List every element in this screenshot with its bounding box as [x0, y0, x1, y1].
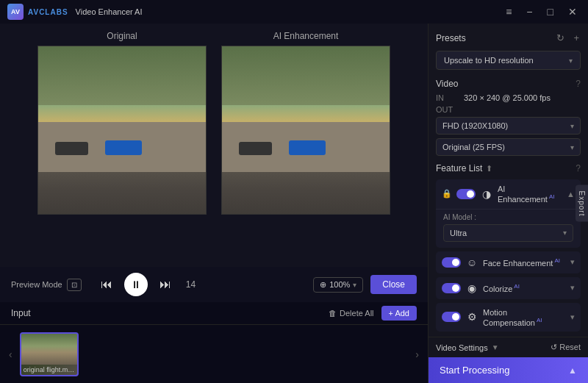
- zoom-control[interactable]: ⊕ 100% ▾: [313, 277, 363, 293]
- face-enhancement-toggle[interactable]: [442, 257, 461, 268]
- preset-dropdown-arrow: ▾: [569, 57, 573, 65]
- menu-button[interactable]: ≡: [502, 4, 515, 19]
- toggle-knob: [467, 190, 474, 198]
- input-header: Input 🗑 Delete All + Add: [0, 302, 428, 325]
- input-strip: Input 🗑 Delete All + Add ‹ original flig…: [0, 302, 428, 383]
- feature-row-face-enhancement: ☺ Face EnhancementAI ▾: [436, 251, 581, 273]
- feature-list-title: Feature List: [436, 163, 482, 173]
- minimize-button[interactable]: −: [523, 4, 536, 19]
- original-video: [38, 46, 206, 214]
- feature-item-face-enhancement: ☺ Face EnhancementAI ▾: [436, 251, 581, 273]
- start-expand-arrow: ▲: [568, 365, 577, 376]
- maximize-button[interactable]: □: [544, 4, 557, 19]
- app-logo-icon: AV: [7, 4, 24, 20]
- skip-back-button[interactable]: ⏮: [96, 275, 117, 294]
- add-input-button[interactable]: + Add: [381, 306, 417, 321]
- input-next-arrow[interactable]: ›: [414, 347, 420, 362]
- colorize-name: ColorizeAI: [483, 283, 566, 293]
- sort-icon[interactable]: ⬆: [486, 164, 492, 173]
- resolution-arrow: ▾: [570, 122, 574, 130]
- resolution-dropdown[interactable]: FHD (1920X1080) ▾: [436, 117, 581, 135]
- feature-item-colorize: ◉ ColorizeAI ▾: [436, 277, 581, 299]
- toggle-knob-colorize: [452, 284, 459, 292]
- scene-car2-enhanced: [239, 142, 272, 155]
- settings-expand-arrow[interactable]: ▼: [492, 343, 499, 351]
- zoom-value: 100%: [329, 280, 350, 289]
- start-processing-label: Start Processing: [440, 365, 509, 376]
- preset-dropdown[interactable]: Upscale to HD resolution ▾: [436, 51, 581, 70]
- feature-info-icon[interactable]: ?: [576, 163, 581, 173]
- zoom-dropdown-arrow: ▾: [353, 281, 356, 289]
- title-bar: AV AVCLABS Video Enhancer AI ≡ − □ ✕: [0, 0, 588, 24]
- input-prev-arrow[interactable]: ‹: [7, 347, 14, 362]
- presets-section-header: Presets ↻ +: [436, 31, 581, 45]
- toggle-knob-motion: [452, 313, 459, 321]
- clip-thumbnail[interactable]: original flight.mpeg: [20, 332, 79, 376]
- right-panel: Presets ↻ + Upscale to HD resolution ▾ V…: [428, 24, 588, 383]
- toggle-knob-face: [452, 259, 459, 266]
- model-arrow: ▾: [563, 229, 567, 237]
- ai-badge-face: AI: [554, 257, 560, 264]
- refresh-icon[interactable]: ↻: [555, 31, 566, 45]
- presets-icons: ↻ +: [555, 31, 581, 45]
- motion-compensation-icon: ⚙: [465, 311, 478, 323]
- reset-button[interactable]: ↺ Reset: [551, 343, 581, 352]
- app-title-label: Video Enhancer AI: [76, 7, 143, 16]
- skip-forward-button[interactable]: ⏭: [155, 275, 176, 294]
- face-enhancement-icon: ☺: [465, 257, 478, 268]
- feature-row-motion-compensation: ⚙ Motion CompensationAI ▾: [436, 303, 581, 332]
- brand-label: AVCLABS: [28, 8, 68, 16]
- controls-bar: Preview Mode ⊡ ⏮ ⏸ ⏭ 14 ⊕ 100% ▾ Close: [0, 267, 428, 302]
- scene-car2-original: [55, 142, 88, 155]
- motion-compensation-name: Motion CompensationAI: [483, 308, 566, 327]
- motion-compensation-toggle[interactable]: [442, 312, 461, 322]
- delete-all-button[interactable]: 🗑 Delete All: [329, 309, 373, 318]
- monitor-icon: ⊡: [67, 279, 82, 291]
- clip-filename: original flight.mpeg: [21, 365, 77, 375]
- in-label: IN: [436, 93, 458, 102]
- presets-title: Presets: [436, 33, 466, 43]
- close-button[interactable]: ✕: [564, 4, 581, 19]
- feature-row-ai-enhancement: 🔒 ◑ AI EnhancementAI ▲: [436, 179, 581, 209]
- face-enhancement-expand[interactable]: ▾: [570, 257, 575, 267]
- ai-enhancement-toggle[interactable]: [456, 189, 476, 199]
- ai-badge-motion: AI: [537, 317, 542, 323]
- input-timeline: original flight.mpeg: [20, 332, 409, 376]
- enhanced-label: AI Enhancement: [273, 31, 339, 41]
- original-panel: Original: [37, 31, 207, 215]
- close-preview-button[interactable]: Close: [370, 275, 417, 294]
- pause-button[interactable]: ⏸: [124, 273, 148, 296]
- video-out-row: OUT: [436, 105, 581, 114]
- ai-enhancement-icon: ◑: [480, 188, 493, 200]
- colorize-toggle[interactable]: [442, 283, 461, 293]
- zoom-icon: ⊕: [320, 280, 326, 290]
- right-bottom: Video Settings ▼ ↺ Reset Start Processin…: [429, 337, 588, 383]
- feature-title-row: Feature List ⬆: [436, 163, 492, 173]
- scene-stands-enhanced: [222, 46, 390, 105]
- ai-model-value: Ultra: [450, 229, 467, 237]
- ai-enhancement-expanded: AI Model : Ultra ▾: [436, 209, 581, 248]
- add-preset-icon[interactable]: +: [572, 31, 581, 45]
- preview-mode-label: Preview Mode: [11, 280, 62, 289]
- out-label: OUT: [436, 105, 458, 114]
- right-scroll-area[interactable]: Presets ↻ + Upscale to HD resolution ▾ V…: [429, 24, 588, 337]
- input-content: ‹ original flight.mpeg ›: [0, 325, 428, 383]
- video-section-title: Video: [436, 79, 458, 89]
- original-label: Original: [107, 31, 137, 41]
- colorize-expand[interactable]: ▾: [570, 283, 575, 293]
- window-controls: ≡ − □ ✕: [502, 4, 581, 19]
- video-info-icon[interactable]: ?: [576, 79, 581, 89]
- fps-dropdown[interactable]: Original (25 FPS) ▾: [436, 138, 581, 156]
- fps-value: Original (25 FPS): [442, 143, 505, 151]
- motion-compensation-expand[interactable]: ▾: [570, 312, 575, 322]
- export-tab[interactable]: Export: [576, 185, 588, 222]
- ai-model-label: AI Model :: [443, 213, 573, 221]
- logo-area: AV AVCLABS Video Enhancer AI: [7, 4, 502, 20]
- start-processing-button[interactable]: Start Processing ▲: [429, 357, 588, 383]
- fps-arrow: ▾: [570, 143, 574, 151]
- enhanced-panel: AI Enhancement: [221, 31, 390, 215]
- ai-enhancement-collapse[interactable]: ▲: [567, 190, 575, 198]
- ai-model-dropdown[interactable]: Ultra ▾: [443, 224, 573, 242]
- video-settings-label: Video Settings: [436, 343, 488, 352]
- video-settings-row: Video Settings ▼ ↺ Reset: [429, 337, 588, 357]
